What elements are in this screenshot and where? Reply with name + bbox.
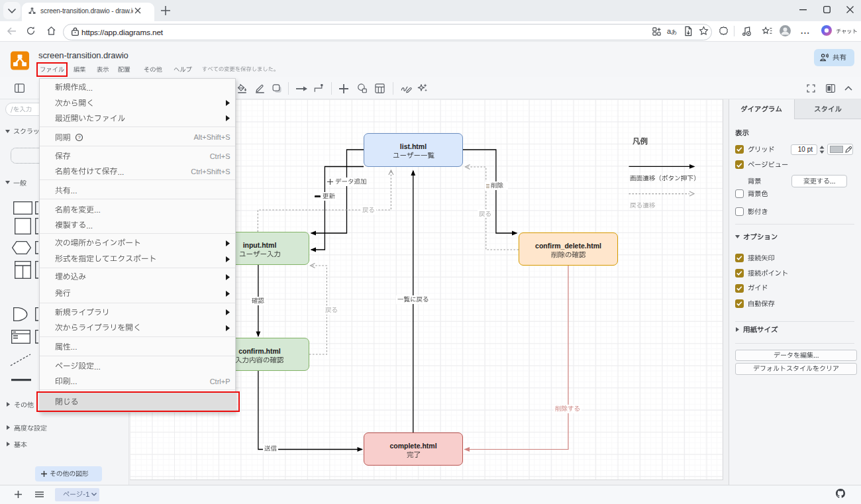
svg-text:?: ? (77, 134, 81, 140)
